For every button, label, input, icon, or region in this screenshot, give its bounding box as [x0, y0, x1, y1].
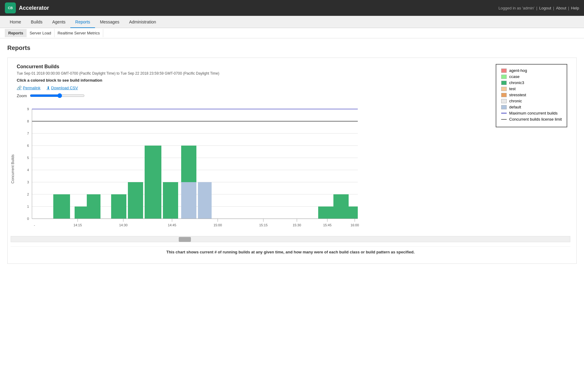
- bar-group3[interactable]: [87, 194, 100, 219]
- chart-instruction: Click a colored block to see build infor…: [17, 78, 570, 83]
- chart-svg-area: 9 8 7 6 5 4 3: [17, 103, 570, 235]
- bar-14:30-h6a[interactable]: [145, 146, 161, 219]
- legend-swatch-stresstest: [501, 93, 507, 97]
- bar-14:45-default2[interactable]: [198, 182, 212, 219]
- svg-text:7: 7: [27, 132, 29, 135]
- bar-14:45-default[interactable]: [181, 182, 196, 219]
- chart-container: agent-hogccasechronic3teststresstestchro…: [7, 58, 577, 264]
- link-icon: 🔗: [17, 86, 22, 90]
- legend-label-stresstest: stresstest: [509, 93, 526, 97]
- y-axis-label: Concurrent Builds: [11, 154, 17, 183]
- logo-icon: CB: [5, 2, 16, 13]
- legend-item-chronic3: chronic3: [501, 80, 562, 85]
- nav-item-messages[interactable]: Messages: [95, 16, 124, 28]
- bar-15:45-2[interactable]: [333, 194, 349, 219]
- svg-text:8: 8: [27, 119, 29, 123]
- download-csv-link[interactable]: ⬇ Download CSV: [47, 86, 78, 90]
- legend-swatch-ccase: [501, 75, 507, 79]
- legend-item-default: default: [501, 105, 562, 109]
- page-content: Reports agent-hogccasechronic3teststress…: [0, 38, 584, 270]
- permalink-link[interactable]: 🔗 Permalink: [17, 86, 40, 90]
- svg-text:0: 0: [27, 217, 29, 221]
- svg-text:3: 3: [27, 180, 29, 184]
- bar-group4[interactable]: [111, 194, 126, 219]
- logged-in-text: Logged in as 'admin': [498, 6, 534, 10]
- bar-15:45-1[interactable]: [318, 207, 333, 219]
- topbar: CB Accelerator Logged in as 'admin' | Lo…: [0, 0, 584, 16]
- svg-text:1: 1: [27, 205, 29, 208]
- zoom-slider[interactable]: [30, 93, 85, 98]
- bar-16:00[interactable]: [349, 207, 358, 219]
- svg-text:16:00: 16:00: [350, 223, 359, 227]
- legend-item-test: test: [501, 87, 562, 91]
- main-nav: HomeBuildsAgentsReportsMessagesAdministr…: [0, 16, 584, 28]
- legend-label-agent-hog: agent-hog: [509, 68, 527, 73]
- horizontal-scrollbar[interactable]: [11, 236, 570, 242]
- legend-label-chronic3: chronic3: [509, 80, 524, 85]
- bar-14:45-h6[interactable]: [181, 146, 196, 182]
- bar-14:30-chronic3[interactable]: [163, 182, 178, 219]
- legend-label-default: default: [509, 105, 521, 109]
- about-link[interactable]: About: [556, 6, 566, 10]
- legend-line-blue: [501, 113, 507, 114]
- svg-text:14:15: 14:15: [73, 223, 82, 227]
- svg-text:15:00: 15:00: [213, 223, 222, 227]
- bar-14:30-h3[interactable]: [128, 182, 143, 219]
- svg-text:15:15: 15:15: [259, 223, 268, 227]
- legend-swatch-default: [501, 105, 507, 109]
- topbar-right: Logged in as 'admin' | Logout | About | …: [498, 6, 579, 10]
- chart-actions: 🔗 Permalink ⬇ Download CSV: [17, 86, 570, 90]
- chart-caption: This chart shows current # of running bu…: [11, 246, 570, 257]
- subnav-item-server-load[interactable]: Server Load: [26, 29, 55, 37]
- logo-area: CB Accelerator: [5, 2, 49, 13]
- chart-svg-wrapper: Concurrent Builds 9 8 7: [11, 103, 570, 235]
- legend-label-chronic: chronic: [509, 99, 522, 103]
- legend-max-line: Maximum concurrent builds: [501, 111, 562, 115]
- chart-legend: agent-hogccasechronic3teststresstestchro…: [496, 64, 567, 127]
- legend-item-chronic: chronic: [501, 99, 562, 103]
- legend-swatch-chronic3: [501, 81, 507, 85]
- legend-max-label: Maximum concurrent builds: [509, 111, 558, 115]
- svg-text:5: 5: [27, 156, 29, 160]
- chart-header: Concurrent Builds Tue Sep 01 2018 00:00:…: [11, 64, 570, 90]
- legend-item-stresstest: stresstest: [501, 93, 562, 97]
- legend-label-ccase: ccase: [509, 74, 519, 79]
- svg-text:14:30: 14:30: [119, 223, 128, 227]
- zoom-label: Zoom: [17, 94, 27, 98]
- bar-group1-chronic3[interactable]: [53, 194, 70, 219]
- subnav-item-realtime[interactable]: Realtime Server Metrics: [55, 29, 103, 37]
- svg-text:4: 4: [27, 168, 29, 172]
- bar-group2[interactable]: [75, 207, 87, 219]
- legend-swatch-test: [501, 87, 507, 91]
- nav-item-reports[interactable]: Reports: [70, 16, 95, 28]
- legend-item-ccase: ccase: [501, 74, 562, 79]
- svg-text:6: 6: [27, 144, 29, 147]
- chart-title: Concurrent Builds: [17, 64, 570, 69]
- svg-text:9: 9: [27, 107, 29, 111]
- legend-license-line: Concurrent builds license limit: [501, 117, 562, 122]
- svg-text:15:45: 15:45: [323, 223, 332, 227]
- nav-item-builds[interactable]: Builds: [26, 16, 47, 28]
- svg-text:14:45: 14:45: [168, 223, 176, 227]
- chart-svg: 9 8 7 6 5 4 3: [17, 103, 364, 234]
- nav-item-agents[interactable]: Agents: [47, 16, 71, 28]
- logout-link[interactable]: Logout: [539, 6, 551, 10]
- chart-subtitle: Tue Sep 01 2018 00:00:00 GMT-0700 (Pacif…: [17, 71, 570, 76]
- legend-label-test: test: [509, 87, 515, 91]
- legend-license-label: Concurrent builds license limit: [509, 117, 562, 122]
- legend-line-black: [501, 119, 507, 120]
- page-title: Reports: [7, 44, 577, 51]
- nav-item-home[interactable]: Home: [5, 16, 26, 28]
- app-name: Accelerator: [19, 5, 49, 11]
- subnav-item-reports[interactable]: Reports: [5, 29, 26, 37]
- legend-item-agent-hog: agent-hog: [501, 68, 562, 73]
- legend-swatch-chronic: [501, 99, 507, 103]
- svg-text:2: 2: [27, 192, 29, 196]
- svg-text:CB: CB: [8, 6, 13, 10]
- svg-text:-: -: [34, 223, 35, 227]
- nav-item-administration[interactable]: Administration: [124, 16, 161, 28]
- svg-text:15:30: 15:30: [293, 223, 301, 227]
- download-icon: ⬇: [47, 86, 50, 90]
- scrollbar-thumb[interactable]: [179, 237, 191, 242]
- help-link[interactable]: Help: [571, 6, 579, 10]
